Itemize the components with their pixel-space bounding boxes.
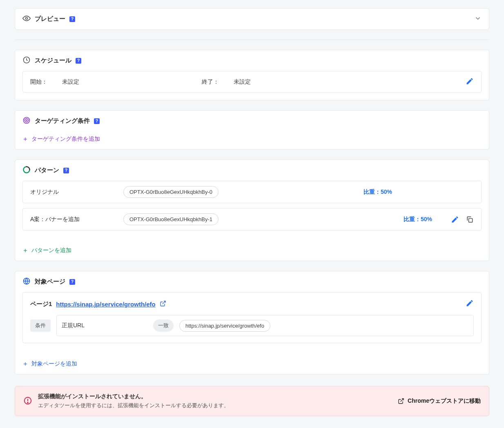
pattern-name: A案：バナーを追加 <box>30 216 116 223</box>
schedule-start: 開始： 未設定 <box>30 78 185 86</box>
alert-icon <box>23 396 32 406</box>
patterns-card: パターン ? オリジナル OPTX-G0rBuo8eGexUHkqbkhBy-0… <box>15 160 489 261</box>
alert-action-label: Chromeウェブストアに移動 <box>408 397 481 405</box>
extension-alert: 拡張機能がインストールされていません。 エディタツールを使用するには、拡張機能を… <box>15 386 489 416</box>
target-pages-card: 対象ページ ? ページ1 https://sinap.jp/service/gr… <box>15 271 489 375</box>
add-target-page-label: 対象ページを追加 <box>31 360 77 368</box>
condition-field: 正規URL <box>62 322 147 329</box>
edit-icon[interactable] <box>451 215 459 224</box>
start-value: 未設定 <box>62 78 79 86</box>
schedule-row: 開始： 未設定 終了： 未設定 <box>22 71 482 93</box>
alert-subtitle: エディタツールを使用するには、拡張機能をインストールする必要があります。 <box>38 402 229 409</box>
page-label: ページ1 <box>30 300 52 308</box>
preview-header[interactable]: プレビュー ? <box>15 9 489 29</box>
svg-rect-7 <box>469 218 473 222</box>
plus-icon <box>22 248 28 253</box>
edit-icon[interactable] <box>466 299 474 309</box>
help-icon[interactable]: ? <box>76 58 81 64</box>
clock-icon <box>22 56 31 65</box>
add-target-page-button[interactable]: 対象ページを追加 <box>15 356 489 374</box>
svg-point-17 <box>27 402 28 403</box>
eye-icon <box>22 14 31 24</box>
start-label: 開始： <box>30 78 47 86</box>
edit-icon[interactable] <box>466 77 474 86</box>
chrome-webstore-button[interactable]: Chromeウェブストアに移動 <box>398 397 481 405</box>
plus-icon <box>22 361 28 367</box>
external-link-icon[interactable] <box>160 300 166 308</box>
pattern-code-chip[interactable]: OPTX-G0rBuo8eGexUHkqbkhBy-1 <box>123 213 219 225</box>
help-icon[interactable]: ? <box>63 168 69 173</box>
end-label: 終了： <box>202 78 219 86</box>
pattern-icon <box>22 166 31 175</box>
targeting-header: ターゲティング条件 ? <box>15 111 489 131</box>
svg-point-0 <box>26 18 28 20</box>
external-link-icon <box>398 398 404 404</box>
target-pages-title: 対象ページ <box>35 278 65 286</box>
svg-line-18 <box>401 399 404 401</box>
target-icon <box>22 116 31 126</box>
help-icon[interactable]: ? <box>94 118 100 124</box>
schedule-header: スケジュール ? <box>15 50 489 71</box>
plus-icon <box>22 136 28 142</box>
pattern-row-actions <box>451 215 474 224</box>
preview-title: プレビュー <box>35 15 65 23</box>
page-header: ページ1 https://sinap.jp/service/growth/efo <box>30 299 474 309</box>
pattern-row-original: オリジナル OPTX-G0rBuo8eGexUHkqbkhBy-0 比重：50% <box>22 181 482 203</box>
chevron-down-icon[interactable] <box>474 15 482 23</box>
svg-point-4 <box>26 120 27 121</box>
add-targeting-label: ターゲティング条件を追加 <box>31 135 100 143</box>
help-icon[interactable]: ? <box>69 279 75 285</box>
condition-value-chip[interactable]: https://sinap.jp/service/growth/efo <box>179 320 270 332</box>
pattern-weight: 比重：50% <box>364 188 392 196</box>
pattern-code-chip[interactable]: OPTX-G0rBuo8eGexUHkqbkhBy-0 <box>123 186 219 198</box>
alert-title: 拡張機能がインストールされていません。 <box>38 393 229 400</box>
preview-card: プレビュー ? <box>15 8 489 30</box>
end-value: 未設定 <box>234 78 251 86</box>
schedule-title: スケジュール <box>35 57 71 64</box>
copy-icon[interactable] <box>466 215 474 224</box>
patterns-header: パターン ? <box>15 160 489 181</box>
targeting-title: ターゲティング条件 <box>35 117 90 125</box>
schedule-card: スケジュール ? 開始： 未設定 終了： 未設定 <box>15 50 489 100</box>
alert-message: 拡張機能がインストールされていません。 エディタツールを使用するには、拡張機能を… <box>38 393 229 409</box>
schedule-end: 終了： 未設定 <box>202 78 357 86</box>
globe-icon <box>22 277 31 286</box>
add-pattern-label: パターンを追加 <box>31 247 71 254</box>
pattern-row-a: A案：バナーを追加 OPTX-G0rBuo8eGexUHkqbkhBy-1 比重… <box>22 208 482 231</box>
divider <box>15 40 489 40</box>
condition-match: 一致 <box>153 319 174 332</box>
pattern-name: オリジナル <box>30 188 116 196</box>
patterns-title: パターン <box>35 166 59 174</box>
svg-line-12 <box>162 301 165 304</box>
add-pattern-button[interactable]: パターンを追加 <box>15 243 489 261</box>
help-icon[interactable]: ? <box>69 16 75 22</box>
targeting-card: ターゲティング条件 ? ターゲティング条件を追加 <box>15 110 489 150</box>
add-targeting-button[interactable]: ターゲティング条件を追加 <box>15 131 489 149</box>
target-pages-header: 対象ページ ? <box>15 271 489 292</box>
condition-row: 正規URL 一致 https://sinap.jp/service/growth… <box>56 315 474 336</box>
page-url-link[interactable]: https://sinap.jp/service/growth/efo <box>56 301 155 308</box>
pattern-weight: 比重：50% <box>404 216 432 223</box>
condition-tag: 条件 <box>30 319 51 332</box>
page-box: ページ1 https://sinap.jp/service/growth/efo… <box>22 292 482 343</box>
